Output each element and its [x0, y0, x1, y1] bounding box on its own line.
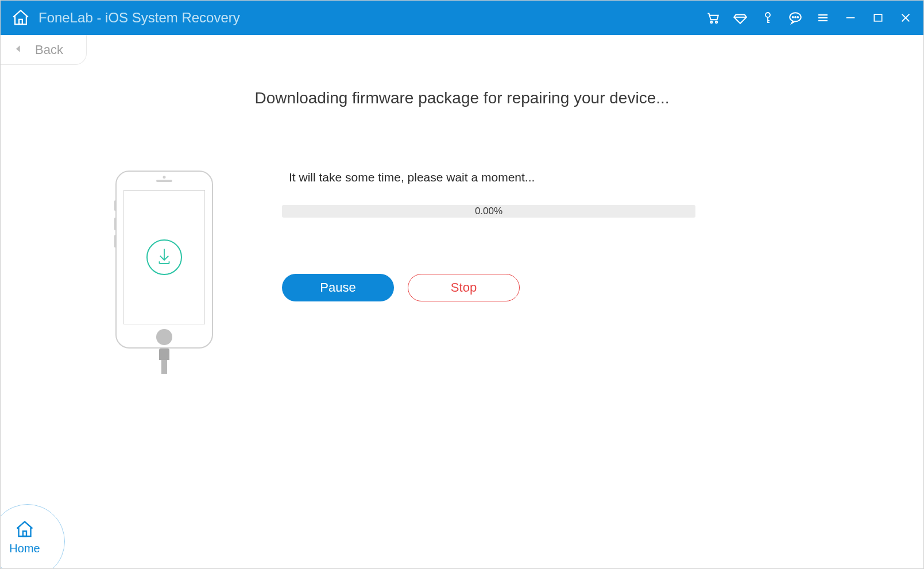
svg-rect-16: [23, 531, 26, 536]
home-logo-icon[interactable]: [11, 8, 30, 28]
chat-icon[interactable]: [788, 10, 803, 25]
titlebar-left: FoneLab - iOS System Recovery: [11, 8, 240, 28]
cart-icon[interactable]: [705, 10, 720, 25]
maximize-icon[interactable]: [871, 10, 886, 25]
svg-rect-0: [19, 20, 22, 25]
close-icon[interactable]: [898, 10, 913, 25]
button-row: Pause Stop: [282, 274, 695, 301]
svg-point-3: [766, 13, 770, 17]
wait-message: It will take some time, please wait a mo…: [282, 171, 695, 184]
page-heading: Downloading firmware package for repairi…: [254, 89, 669, 107]
progress-bar: 0.00%: [282, 205, 695, 218]
pause-button[interactable]: Pause: [282, 274, 394, 301]
main-content: Downloading firmware package for repairi…: [1, 65, 923, 349]
content-row: It will take some time, please wait a mo…: [1, 165, 923, 349]
download-icon: [146, 239, 182, 275]
back-label: Back: [35, 42, 63, 57]
home-corner-button[interactable]: Home: [0, 504, 65, 569]
home-corner-label: Home: [9, 542, 40, 555]
titlebar-right: [705, 10, 913, 25]
stop-button[interactable]: Stop: [408, 274, 520, 301]
progress-section: It will take some time, please wait a mo…: [282, 165, 695, 349]
svg-point-1: [710, 21, 712, 23]
phone-illustration-section: [47, 165, 282, 349]
minimize-icon[interactable]: [843, 10, 858, 25]
titlebar: FoneLab - iOS System Recovery: [1, 1, 923, 35]
svg-point-5: [792, 17, 794, 18]
diamond-icon[interactable]: [733, 10, 748, 25]
home-icon: [14, 519, 35, 540]
key-icon[interactable]: [760, 10, 775, 25]
svg-point-2: [716, 21, 717, 23]
svg-point-6: [795, 17, 796, 18]
app-title: FoneLab - iOS System Recovery: [38, 10, 240, 26]
back-button[interactable]: Back: [1, 35, 87, 65]
menu-icon[interactable]: [815, 10, 830, 25]
svg-point-7: [797, 17, 798, 18]
progress-percent: 0.00%: [475, 206, 502, 217]
svg-rect-12: [874, 14, 882, 21]
phone-illustration: [115, 171, 213, 349]
back-arrow-icon: [13, 43, 25, 57]
